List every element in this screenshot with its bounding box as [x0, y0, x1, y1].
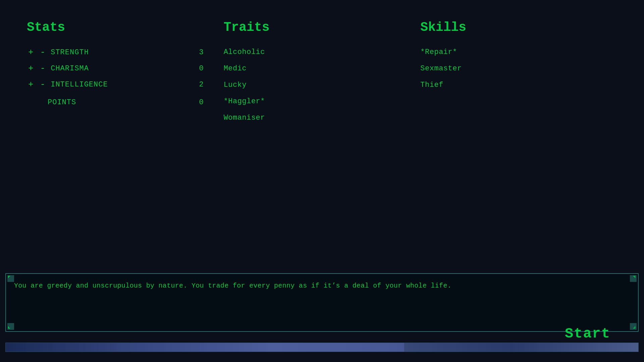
stat-row-charisma: + - CHARISMA 0 [27, 64, 224, 73]
traits-title: Traits [224, 20, 421, 35]
svg-rect-8 [8, 326, 9, 328]
corner-tr-decoration [630, 275, 637, 282]
points-value: 0 [199, 98, 223, 107]
svg-rect-5 [635, 276, 635, 278]
trait-haggler[interactable]: *Haggler* [224, 97, 421, 106]
trait-alcoholic[interactable]: Alcoholic [224, 48, 421, 56]
progress-bar-container[interactable] [5, 343, 639, 352]
trait-medic[interactable]: Medic [224, 64, 421, 73]
corner-br-decoration [630, 323, 637, 330]
skill-thief[interactable]: Thief [420, 81, 617, 89]
skill-repair[interactable]: *Repair* [420, 48, 617, 56]
progress-bar-fill [6, 343, 404, 352]
intelligence-plus-button[interactable]: + [27, 80, 35, 89]
traits-section: Traits Alcoholic Medic Lucky *Haggler* W… [224, 20, 421, 130]
stat-row-intelligence: + - INTELLIGENCE 2 [27, 80, 224, 89]
description-box: You are greedy and unscrupulous by natur… [5, 273, 639, 332]
charisma-value: 0 [199, 64, 223, 73]
charisma-minus-button[interactable]: - [39, 64, 47, 73]
strength-value: 3 [199, 48, 223, 57]
trait-womaniser[interactable]: Womaniser [224, 114, 421, 122]
charisma-plus-button[interactable]: + [27, 64, 35, 73]
corner-tl-decoration [7, 275, 14, 282]
svg-rect-2 [8, 276, 9, 278]
corner-bl-decoration [7, 323, 14, 330]
corner-tr-icon [630, 275, 636, 281]
intelligence-minus-button[interactable]: - [39, 80, 47, 89]
strength-label: STRENGTH [51, 48, 111, 57]
skill-sexmaster[interactable]: Sexmaster [420, 64, 617, 73]
corner-tl-icon [7, 275, 13, 281]
start-button[interactable]: Start [565, 326, 610, 342]
description-text: You are greedy and unscrupulous by natur… [14, 281, 630, 291]
intelligence-label: INTELLIGENCE [51, 80, 111, 89]
skills-section: Skills *Repair* Sexmaster Thief [420, 20, 617, 130]
trait-lucky[interactable]: Lucky [224, 81, 421, 89]
charisma-label: CHARISMA [51, 64, 111, 73]
svg-rect-11 [635, 326, 635, 328]
corner-br-icon [630, 323, 636, 329]
stat-row-strength: + - STRENGTH 3 [27, 48, 224, 57]
skills-title: Skills [420, 20, 617, 35]
intelligence-value: 2 [199, 80, 223, 89]
points-label: POINTS [48, 98, 108, 107]
stats-section: Stats + - STRENGTH 3 + - CHARISMA 0 + - … [27, 20, 224, 130]
stats-title: Stats [27, 20, 224, 35]
corner-bl-icon [7, 323, 13, 329]
strength-plus-button[interactable]: + [27, 48, 35, 57]
strength-minus-button[interactable]: - [39, 48, 47, 57]
main-content: Stats + - STRENGTH 3 + - CHARISMA 0 + - … [0, 0, 644, 130]
points-row: POINTS 0 [27, 98, 224, 107]
